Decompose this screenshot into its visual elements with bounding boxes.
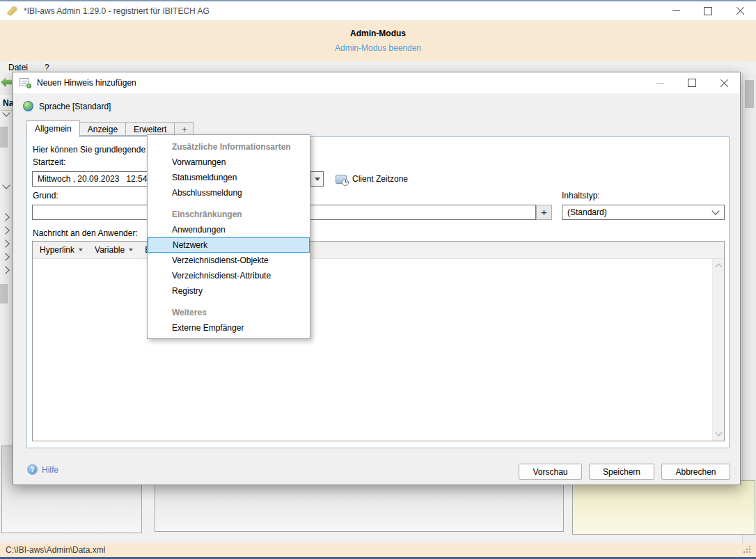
dialog-window-controls — [644, 73, 740, 93]
app-titlebar: *IBI-aws Admin 1.29.0 - registriert für … — [0, 0, 756, 21]
startzeit-value: Mittwoch , 20.09.2023 12:54 — [33, 174, 147, 184]
app-window-controls — [660, 1, 756, 20]
background-preview-panel — [572, 480, 755, 535]
menu-item-vorwarnungen[interactable]: Vorwarnungen — [148, 155, 310, 170]
dialog-minimize-button — [644, 73, 676, 93]
close-icon — [736, 6, 745, 15]
client-timezone: Client Zeitzone — [336, 171, 408, 187]
maximize-icon — [688, 79, 696, 87]
admin-mode-exit-link[interactable]: Admin-Modus beenden — [335, 43, 421, 53]
resize-grip[interactable] — [743, 546, 752, 554]
chevron-down-icon — [711, 207, 719, 214]
hyperlink-dropdown[interactable]: Hyperlink — [40, 245, 83, 255]
variable-label: Variable — [95, 245, 125, 255]
help-label: Hilfe — [42, 465, 58, 475]
dropdown-arrow-icon — [315, 178, 320, 181]
add-content-menu: Zusätzliche Informationsarten Vorwarnung… — [147, 134, 310, 339]
maximize-button[interactable] — [692, 1, 724, 20]
right-scrollbar[interactable] — [742, 73, 756, 543]
editor-toolbar: Hyperlink Variable Be — [33, 242, 724, 259]
minimize-icon — [656, 83, 664, 84]
menu-item-abschlussmeldung[interactable]: Abschlussmeldung — [148, 185, 310, 200]
scroll-up-icon[interactable] — [716, 264, 723, 271]
dialog-maximize-button[interactable] — [676, 73, 708, 93]
menu-section-header: Einschränkungen — [148, 207, 310, 222]
menu-item-datei[interactable]: Datei — [8, 63, 28, 72]
dialog-neuer-hinweis: Neuen Hinweis hinzufügen Sprache [Standa… — [13, 72, 741, 485]
startzeit-label: Startzeit: — [33, 157, 65, 167]
nachricht-label: Nachricht an den Anwender: — [33, 228, 138, 238]
right-scroll-thumb[interactable] — [745, 80, 754, 108]
screen: *IBI-aws Admin 1.29.0 - registriert für … — [0, 0, 756, 559]
tab-allgemein[interactable]: Allgemein — [26, 120, 80, 137]
close-icon — [720, 79, 729, 88]
dialog-buttons: Vorschau Speichern Abbrechen — [519, 464, 730, 480]
message-editor[interactable]: Hyperlink Variable Be — [32, 241, 725, 441]
app-icon — [7, 6, 17, 16]
globe-icon — [23, 101, 33, 111]
dialog-icon — [19, 78, 31, 88]
side-scroll-thumb[interactable] — [0, 284, 8, 304]
dropdown-arrow-icon — [79, 249, 83, 251]
language-selector[interactable]: Sprache [Standard] — [23, 101, 111, 111]
menu-item-anwendungen[interactable]: Anwendungen — [148, 222, 310, 237]
abbrechen-button[interactable]: Abbrechen — [661, 464, 730, 480]
speichern-button[interactable]: Speichern — [589, 464, 654, 480]
minimize-button[interactable] — [660, 1, 692, 20]
help-icon: ? — [27, 464, 38, 475]
language-label: Sprache [Standard] — [39, 102, 111, 111]
side-scroll-thumb[interactable] — [0, 127, 8, 148]
minimize-icon — [672, 10, 680, 11]
menu-item-verzeichnisdienst-objekte[interactable]: Verzeichnisdienst-Objekte — [148, 253, 310, 268]
statusbar: C:\IBI-aws\Admin\Data.xml — [0, 543, 756, 557]
client-timezone-label: Client Zeitzone — [352, 174, 408, 184]
close-button[interactable] — [724, 1, 756, 20]
menu-section-header: Weiteres — [148, 305, 310, 320]
grund-label: Grund: — [33, 191, 58, 200]
tab-erweitert[interactable]: Erweitert — [126, 122, 175, 136]
inhaltstyp-select[interactable]: (Standard) — [562, 205, 725, 220]
maximize-icon — [704, 7, 712, 15]
dialog-title: Neuen Hinweis hinzufügen — [37, 78, 136, 88]
variable-dropdown[interactable]: Variable — [95, 245, 133, 255]
menu-item-externe-empfaenger[interactable]: Externe Empfänger — [148, 320, 310, 336]
menu-section-header: Zusätzliche Informationsarten — [148, 139, 310, 155]
app-title: *IBI-aws Admin 1.29.0 - registriert für … — [24, 6, 210, 16]
menu-gap — [148, 200, 310, 207]
hyperlink-label: Hyperlink — [40, 245, 74, 255]
admin-mode-title: Admin-Modus — [0, 21, 756, 38]
menu-item-statusmeldungen[interactable]: Statusmeldungen — [148, 170, 310, 185]
vorschau-button[interactable]: Vorschau — [519, 464, 582, 480]
admin-mode-banner: Admin-Modus Admin-Modus beenden — [0, 21, 756, 61]
dialog-titlebar: Neuen Hinweis hinzufügen — [13, 72, 740, 93]
inhaltstyp-value: (Standard) — [562, 207, 607, 217]
dialog-close-button[interactable] — [708, 73, 740, 93]
tab-anzeige[interactable]: Anzeige — [80, 122, 126, 136]
intro-text: Hier können Sie grundlegende Ei — [33, 145, 155, 155]
help-link[interactable]: ? Hilfe — [27, 464, 58, 475]
menu-item-verzeichnisdienst-attribute[interactable]: Verzeichnisdienst-Attribute — [148, 268, 310, 283]
startzeit-dropdown-button[interactable] — [310, 172, 323, 186]
inhaltstyp-label: Inhaltstyp: — [562, 191, 600, 200]
dropdown-arrow-icon — [129, 249, 133, 251]
menu-gap — [148, 299, 310, 305]
tab-page-allgemein: Hier können Sie grundlegende Ei Startzei… — [26, 136, 730, 448]
tab-add-button[interactable]: + — [175, 122, 194, 136]
status-path: C:\IBI-aws\Admin\Data.xml — [6, 545, 105, 555]
scroll-down-icon[interactable] — [716, 430, 723, 436]
client-timezone-icon — [336, 175, 347, 184]
menu-item-netzwerk-selected[interactable]: Netzwerk — [148, 237, 310, 253]
menu-item-registry[interactable]: Registry — [148, 283, 310, 299]
menu-item-help[interactable]: ? — [45, 63, 49, 72]
grund-add-button[interactable]: + — [536, 205, 552, 220]
editor-scrollbar[interactable] — [712, 259, 724, 441]
